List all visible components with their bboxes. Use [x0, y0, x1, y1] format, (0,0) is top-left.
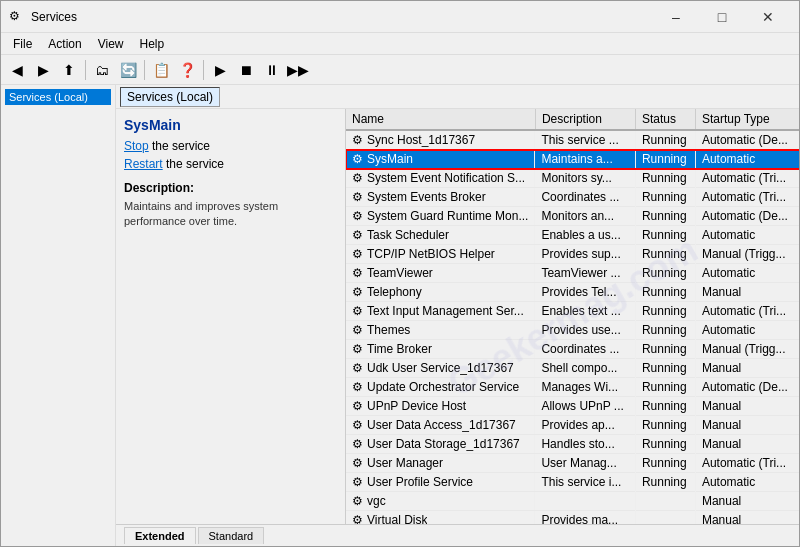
cell-desc: User Manag...	[535, 454, 635, 473]
help-button[interactable]: ❓	[175, 58, 199, 82]
cell-status: Running	[635, 435, 695, 454]
cell-desc: This service ...	[535, 130, 635, 150]
back-button[interactable]: ◀	[5, 58, 29, 82]
cell-name: ⚙User Profile Service	[346, 473, 535, 491]
cell-name: ⚙UPnP Device Host	[346, 397, 535, 415]
table-row[interactable]: ⚙Text Input Management Ser...Enables tex…	[346, 302, 799, 321]
info-panel-title: SysMain	[124, 117, 337, 133]
restart-link[interactable]: Restart	[124, 157, 163, 171]
tree-item-services-local[interactable]: Services (Local)	[5, 89, 111, 105]
cell-startup: Manual	[695, 435, 799, 454]
table-row[interactable]: ⚙ThemesProvides use...RunningAutomaticLo…	[346, 321, 799, 340]
table-row[interactable]: ⚙Update Orchestrator ServiceManages Wi..…	[346, 378, 799, 397]
service-name: Sync Host_1d17367	[367, 133, 475, 147]
menu-help[interactable]: Help	[132, 35, 173, 53]
refresh-button[interactable]: 🔄	[116, 58, 140, 82]
services-pane: SysMain Stop the service Restart the ser…	[116, 109, 799, 524]
cell-startup: Automatic	[695, 226, 799, 245]
table-row[interactable]: ⚙System Events BrokerCoordinates ...Runn…	[346, 188, 799, 207]
table-row[interactable]: ⚙Task SchedulerEnables a us...RunningAut…	[346, 226, 799, 245]
menu-view[interactable]: View	[90, 35, 132, 53]
minimize-button[interactable]: –	[653, 1, 699, 33]
cell-name: ⚙System Events Broker	[346, 188, 535, 206]
col-desc[interactable]: Description	[535, 109, 635, 130]
service-name: System Event Notification S...	[367, 171, 525, 185]
cell-startup: Manual	[695, 283, 799, 302]
table-row[interactable]: ⚙Sync Host_1d17367This service ...Runnin…	[346, 130, 799, 150]
col-startup[interactable]: Startup Type	[695, 109, 799, 130]
cell-startup: Automatic (De...	[695, 207, 799, 226]
cell-status: Running	[635, 130, 695, 150]
service-icon: ⚙	[352, 418, 363, 432]
cell-status: Running	[635, 207, 695, 226]
menu-file[interactable]: File	[5, 35, 40, 53]
cell-startup: Automatic	[695, 321, 799, 340]
service-name: SysMain	[367, 152, 413, 166]
stop-service-button[interactable]: ⏹	[234, 58, 258, 82]
restart-service-action[interactable]: Restart the service	[124, 157, 337, 171]
table-row[interactable]: ⚙Time BrokerCoordinates ...RunningManual…	[346, 340, 799, 359]
service-name: UPnP Device Host	[367, 399, 466, 413]
cell-startup: Automatic	[695, 264, 799, 283]
table-row[interactable]: ⚙System Guard Runtime Mon...Monitors an.…	[346, 207, 799, 226]
start-service-button[interactable]: ▶	[208, 58, 232, 82]
service-name: Time Broker	[367, 342, 432, 356]
table-row[interactable]: ⚙Udk User Service_1d17367Shell compo...R…	[346, 359, 799, 378]
cell-desc: This service i...	[535, 473, 635, 492]
service-icon: ⚙	[352, 190, 363, 204]
cell-desc	[535, 492, 635, 511]
cell-name: ⚙User Manager	[346, 454, 535, 472]
resume-service-button[interactable]: ▶▶	[286, 58, 310, 82]
forward-button[interactable]: ▶	[31, 58, 55, 82]
tab-extended[interactable]: Extended	[124, 527, 196, 544]
service-icon: ⚙	[352, 456, 363, 470]
table-row[interactable]: ⚙UPnP Device HostAllows UPnP ...RunningM…	[346, 397, 799, 416]
address-label: Services (Local)	[120, 87, 220, 107]
table-row[interactable]: ⚙User Data Storage_1d17367Handles sto...…	[346, 435, 799, 454]
stop-link[interactable]: Stop	[124, 139, 149, 153]
table-row[interactable]: ⚙System Event Notification S...Monitors …	[346, 169, 799, 188]
cell-startup: Manual	[695, 416, 799, 435]
toolbar-separator-2	[144, 60, 145, 80]
title-bar-controls: – □ ✕	[653, 1, 791, 33]
cell-startup: Manual (Trigg...	[695, 245, 799, 264]
cell-status: Running	[635, 264, 695, 283]
table-row[interactable]: ⚙User ManagerUser Manag...RunningAutomat…	[346, 454, 799, 473]
service-name: User Data Storage_1d17367	[367, 437, 520, 451]
cell-desc: Provides ma...	[535, 511, 635, 525]
cell-desc: Provides use...	[535, 321, 635, 340]
center-panel: Services (Local) SysMain Stop the servic…	[116, 85, 799, 546]
cell-name: ⚙System Guard Runtime Mon...	[346, 207, 535, 225]
table-row[interactable]: ⚙SysMainMaintains a...RunningAutomaticLo…	[346, 150, 799, 169]
col-status[interactable]: Status	[635, 109, 695, 130]
left-panel: Services (Local)	[1, 85, 116, 546]
close-button[interactable]: ✕	[745, 1, 791, 33]
cell-startup: Manual	[695, 492, 799, 511]
cell-status: Running	[635, 150, 695, 169]
properties-button[interactable]: 📋	[149, 58, 173, 82]
window-icon: ⚙	[9, 9, 25, 25]
cell-status: Running	[635, 226, 695, 245]
table-row[interactable]: ⚙vgcManualLocal System	[346, 492, 799, 511]
cell-desc: Provides ap...	[535, 416, 635, 435]
tab-standard[interactable]: Standard	[198, 527, 265, 544]
service-name: User Data Access_1d17367	[367, 418, 516, 432]
table-row[interactable]: ⚙TeamViewerTeamViewer ...RunningAutomati…	[346, 264, 799, 283]
cell-status: Running	[635, 397, 695, 416]
stop-service-action[interactable]: Stop the service	[124, 139, 337, 153]
col-name[interactable]: Name	[346, 109, 535, 130]
cell-name: ⚙Sync Host_1d17367	[346, 131, 535, 149]
up-button[interactable]: ⬆	[57, 58, 81, 82]
table-row[interactable]: ⚙User Data Access_1d17367Provides ap...R…	[346, 416, 799, 435]
service-icon: ⚙	[352, 342, 363, 356]
pause-service-button[interactable]: ⏸	[260, 58, 284, 82]
table-row[interactable]: ⚙Virtual DiskProvides ma...ManualLocal S…	[346, 511, 799, 525]
show-hide-console-tree-button[interactable]: 🗂	[90, 58, 114, 82]
table-row[interactable]: ⚙User Profile ServiceThis service i...Ru…	[346, 473, 799, 492]
cell-startup: Manual	[695, 511, 799, 525]
table-row[interactable]: ⚙TCP/IP NetBIOS HelperProvides sup...Run…	[346, 245, 799, 264]
maximize-button[interactable]: □	[699, 1, 745, 33]
table-row[interactable]: ⚙TelephonyProvides Tel...RunningManualNe…	[346, 283, 799, 302]
address-bar: Services (Local)	[116, 85, 799, 109]
menu-action[interactable]: Action	[40, 35, 89, 53]
